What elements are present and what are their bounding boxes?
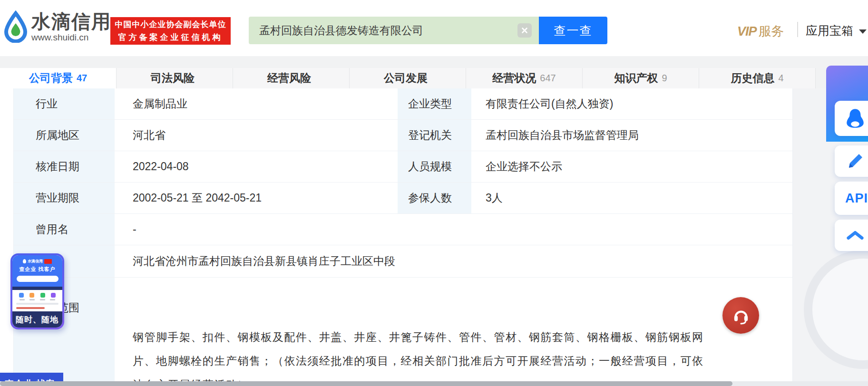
- phone-icon-labels: [12, 298, 62, 300]
- phone-strip: [12, 287, 62, 290]
- logo-url: www.shuidi.cn: [31, 32, 111, 43]
- phone-content-line: [16, 307, 45, 309]
- back-to-top-button[interactable]: [835, 220, 868, 251]
- tab-operating-status[interactable]: 经营状况 647: [466, 68, 583, 88]
- tab-label: 公司背景: [29, 71, 73, 86]
- field-label: 所属地区: [14, 120, 115, 151]
- tab-label: 司法风险: [151, 71, 195, 86]
- tab-label: 知识产权: [614, 71, 658, 86]
- field-label: 营业期限: [14, 183, 115, 213]
- phone-headline: 查企业 找客户: [12, 266, 62, 273]
- qq-icon: [844, 107, 866, 129]
- field-value: 3人: [471, 183, 793, 213]
- tab-label: 经营状况: [492, 71, 536, 86]
- tab-history-info[interactable]: 历史信息 4: [699, 68, 816, 88]
- phone-app-icon: [29, 293, 34, 298]
- table-row: 核准日期 2022-04-08 人员规模 企业选择不公示: [14, 151, 792, 183]
- app-toolbox-menu[interactable]: 应用宝箱: [806, 23, 867, 39]
- tab-label: 公司发展: [384, 71, 428, 86]
- field-label: 企业类型: [398, 88, 471, 119]
- tabs: 公司背景 47 司法风险 经营风险 公司发展 经营状况 647 知识产权 9: [0, 68, 816, 88]
- business-scope-text: 钢管脚手架、扣件、钢模板及配件、井盖、井座、井篦子铸件、管件、管材、钢筋套筒、钢…: [133, 325, 711, 386]
- tab-count: 647: [540, 73, 556, 84]
- vip-suffix: 服务: [759, 24, 784, 39]
- field-value: 孟村回族自治县市场监督管理局: [471, 120, 793, 151]
- table-row: 曾用名 -: [14, 214, 792, 245]
- field-value: 钢管脚手架、扣件、钢模板及配件、井盖、井座、井篦子铸件、管件、管材、钢筋套筒、钢…: [115, 278, 793, 386]
- tab-label: 历史信息: [731, 71, 774, 86]
- search-button[interactable]: 查一查: [539, 17, 607, 44]
- field-label: 核准日期: [14, 151, 115, 182]
- x-icon: [521, 27, 528, 34]
- scrollbar-thumb[interactable]: [0, 381, 732, 386]
- field-value: 2002-05-21 至 2042-05-21: [115, 183, 398, 213]
- field-label: 行业: [14, 88, 115, 119]
- table-row: 经营范围 钢管脚手架、扣件、钢模板及配件、井盖、井座、井篦子铸件、管件、管材、钢…: [14, 278, 792, 386]
- qq-contact-button[interactable]: [835, 101, 868, 136]
- clear-search-icon[interactable]: [517, 23, 532, 38]
- promo-caption: 随时、随地: [12, 311, 62, 328]
- vip-service-link[interactable]: VIP服务: [737, 23, 784, 40]
- phone-app-icon: [19, 293, 24, 298]
- phone-logo-row: 水滴信用: [12, 259, 62, 264]
- tab-company-background[interactable]: 公司背景 47: [0, 68, 117, 88]
- tab-intellectual-property[interactable]: 知识产权 9: [583, 68, 699, 88]
- certification-badge: 中国中小企业协会副会长单位 官方备案企业征信机构: [110, 17, 231, 45]
- customer-service-button[interactable]: [722, 297, 759, 334]
- field-value: 企业选择不公示: [471, 151, 793, 182]
- phone-icon-row: [12, 290, 62, 298]
- tab-label: 经营风险: [267, 71, 311, 86]
- field-value: 河北省: [115, 120, 398, 151]
- table-row: 地址 河北省沧州市孟村回族自治县新县镇肖庄子工业区中段: [14, 245, 792, 278]
- field-value: 金属制品业: [115, 88, 398, 119]
- phone-app-icon: [40, 293, 45, 298]
- tab-company-development[interactable]: 公司发展: [350, 68, 466, 88]
- field-label: 参保人数: [398, 183, 471, 213]
- field-label: 人员规模: [398, 151, 471, 182]
- company-info-table: 行业 金属制品业 企业类型 有限责任公司(自然人独资) 所属地区 河北省 登记机…: [13, 88, 793, 386]
- field-value: 有限责任公司(自然人独资): [471, 88, 793, 119]
- phone-logo-text: 水滴信用: [28, 259, 43, 264]
- mini-badge: [44, 259, 52, 264]
- horizontal-scrollbar: [0, 381, 868, 386]
- table-row: 行业 金属制品业 企业类型 有限责任公司(自然人独资): [14, 88, 792, 120]
- headset-icon: [731, 306, 751, 326]
- tab-strip: 公司背景 47 司法风险 经营风险 公司发展 经营状况 647 知识产权 9: [0, 56, 868, 88]
- table-row: 营业期限 2002-05-21 至 2042-05-21 参保人数 3人: [14, 183, 792, 214]
- field-value: 河北省沧州市孟村回族自治县新县镇肖庄子工业区中段: [115, 245, 793, 277]
- phone-app-header: 水滴信用 查企业 找客户: [12, 255, 62, 287]
- tab-operation-risk[interactable]: 经营风险: [233, 68, 350, 88]
- water-drop-icon: [3, 10, 29, 43]
- phone-screen: 水滴信用 查企业 找客户 随时、随地: [12, 255, 62, 328]
- phone-app-icon: [51, 293, 56, 298]
- vip-logo: VIP: [737, 24, 757, 39]
- header-divider: [797, 22, 798, 37]
- field-value: -: [115, 214, 793, 245]
- api-label: API: [845, 191, 868, 206]
- app-promo-phone[interactable]: 水滴信用 查企业 找客户 随时、随地: [10, 253, 64, 329]
- header: 水滴信用 www.shuidi.cn 中国中小企业协会副会长单位 官方备案企业征…: [0, 0, 868, 56]
- api-button[interactable]: API: [835, 182, 868, 215]
- feedback-button[interactable]: [835, 145, 868, 177]
- chevron-up-icon: [846, 230, 864, 241]
- phone-search-bar: [17, 276, 59, 282]
- search-input[interactable]: [249, 17, 539, 44]
- logo-text: 水滴信用 www.shuidi.cn: [31, 11, 111, 43]
- badge-line1: 中国中小企业协会副会长单位: [115, 18, 226, 31]
- pencil-icon: [846, 152, 865, 171]
- tab-judicial-risk[interactable]: 司法风险: [117, 68, 233, 88]
- field-label: 曾用名: [14, 214, 115, 245]
- chevron-down-icon: [859, 29, 867, 34]
- field-value: 2022-04-08: [115, 151, 398, 182]
- field-label: 登记机关: [398, 120, 471, 151]
- table-row: 所属地区 河北省 登记机关 孟村回族自治县市场监督管理局: [14, 120, 792, 151]
- tab-count: 9: [662, 73, 667, 84]
- page: 水滴信用 www.shuidi.cn 中国中小企业协会副会长单位 官方备案企业征…: [0, 0, 868, 386]
- mini-drop-icon: [23, 259, 26, 263]
- tab-count: 4: [778, 73, 783, 84]
- badge-line2: 官方备案企业征信机构: [118, 31, 223, 44]
- logo-title: 水滴信用: [31, 11, 111, 32]
- site-logo[interactable]: 水滴信用 www.shuidi.cn: [3, 10, 111, 43]
- phone-content-line: [16, 303, 59, 305]
- toolbox-label: 应用宝箱: [806, 23, 853, 39]
